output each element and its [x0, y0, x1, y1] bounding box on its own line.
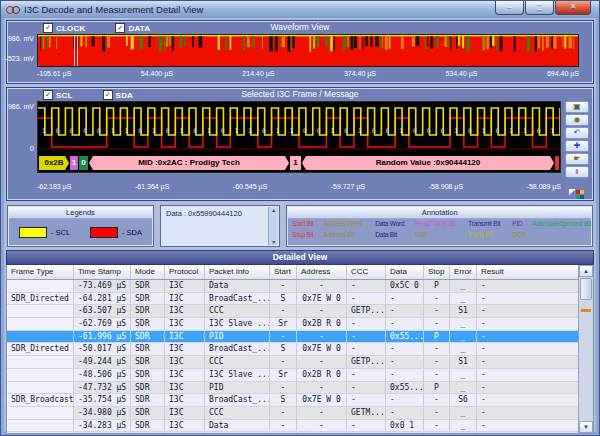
cell-data: -: [386, 394, 424, 407]
decode-tag[interactable]: 0: [79, 156, 88, 170]
cell-ccc: -: [347, 382, 386, 395]
data-scroll-up-icon[interactable]: ▲: [269, 207, 278, 213]
decode-tag[interactable]: MID :0x2AC : Prodigy Tech: [89, 156, 289, 170]
svg-text:1: 1: [331, 128, 335, 135]
annotation-read-write-bit: Read/ Write Bit: [415, 220, 468, 231]
cell-packet-info: I3C Slave ...: [205, 369, 270, 382]
legend-strip: Legends - SCL- SDA Data : 0x55990444120 …: [4, 204, 596, 248]
svg-text:0: 0: [317, 128, 321, 135]
scrollbar-up-icon[interactable]: ▲: [579, 265, 593, 277]
cell-packet-info: PID: [205, 331, 270, 344]
table-row[interactable]: -73.469 µSSDRI3CData---0x5C 0P_-: [7, 280, 578, 293]
cell-result: -: [477, 407, 578, 420]
cell-packet-info: CCC: [205, 356, 270, 369]
hand-button[interactable]: ☛: [565, 153, 589, 165]
column-header-address[interactable]: Address: [297, 265, 347, 279]
column-header-error[interactable]: Error: [450, 265, 477, 279]
cell-error: _: [450, 420, 477, 433]
detailed-view-title: Detailed View: [6, 250, 594, 265]
cell-address: -: [297, 420, 347, 433]
column-header-start[interactable]: Start: [270, 265, 297, 279]
checkbox-clock[interactable]: ✓CLOCK: [43, 23, 85, 33]
undo-icon: ↶: [574, 128, 581, 137]
column-header-data[interactable]: Data: [386, 265, 424, 279]
undo-button[interactable]: ↶: [565, 127, 589, 139]
column-header-frame-type[interactable]: Frame Type: [7, 265, 74, 279]
table-row[interactable]: -47.732 µSSDRI3CPID---0x55...P_-: [7, 382, 578, 395]
column-header-packet-info[interactable]: Packet Info: [205, 265, 270, 279]
cell-address: 0x7E W 0: [297, 394, 347, 407]
close-button[interactable]: ✕: [555, 1, 591, 15]
column-header-time-stamp[interactable]: Time Stamp: [74, 265, 131, 279]
decode-bar: 0x2B10MID :0x2AC : Prodigy Tech1Random V…: [39, 156, 559, 170]
cell-stop: -: [424, 356, 450, 369]
svg-text:1: 1: [125, 128, 129, 135]
minimize-button[interactable]: –: [495, 1, 524, 15]
window-body: ✓CLOCK✓DATA Waveform View 986. mV -523. …: [1, 18, 599, 435]
cell-protocol: I3C: [165, 305, 205, 318]
cell-address: -: [297, 280, 347, 293]
annotation-start-bit: Start Bit: [292, 220, 323, 231]
table-row[interactable]: SDR_Directed-50.017 µSSDRI3CBroadCast_..…: [7, 343, 578, 356]
legend-item: - SDA: [90, 227, 142, 238]
table-scrollbar[interactable]: ▲ ▼: [578, 265, 593, 433]
cursor-zoom-button[interactable]: ◉: [565, 114, 589, 126]
checkbox-sda-box[interactable]: ✓: [103, 90, 113, 100]
frame-waveform[interactable]: 10000110101010110110010100100010101101 0…: [37, 101, 561, 173]
svg-text:0: 0: [221, 128, 225, 135]
column-header-result[interactable]: Result: [477, 265, 578, 279]
decode-tag[interactable]: [555, 156, 559, 170]
x-axis-label: -58.089 µS: [527, 183, 561, 190]
checkbox-scl[interactable]: ✓SCL: [43, 90, 73, 100]
column-header-stop[interactable]: Stop: [424, 265, 450, 279]
pan-button[interactable]: ✚: [565, 140, 589, 152]
decode-tag[interactable]: 1: [290, 156, 301, 170]
cell-data: 0x0 1: [386, 420, 424, 433]
cell-address: 0x2B R 0: [297, 318, 347, 331]
checkbox-scl-box[interactable]: ✓: [43, 90, 53, 100]
legend-label: - SDA: [122, 228, 142, 237]
table-row[interactable]: -61.996 µSSDRI3CPID---0x55...P_-: [7, 331, 578, 344]
decode-tag[interactable]: Random Value :0x90444120: [302, 156, 554, 170]
checkbox-data-box[interactable]: ✓: [115, 23, 125, 33]
data-scroll-down-icon[interactable]: ▼: [269, 239, 278, 245]
scrollbar-down-icon[interactable]: ▼: [579, 421, 593, 433]
column-header-mode[interactable]: Mode: [131, 265, 165, 279]
table-row[interactable]: -33.585 µSSDRI3CData---0x2B 1--: [7, 432, 578, 433]
table-row[interactable]: -49.244 µSSDRI3CCCC--GETP...--S1-: [7, 356, 578, 369]
cell-result: -: [477, 305, 578, 318]
overview-waveform[interactable]: [37, 34, 579, 67]
snapshot-button[interactable]: ▣: [565, 101, 589, 113]
scrollbar-thumb[interactable]: [580, 278, 592, 300]
table-row[interactable]: SDR_Broadcast-35.754 µSSDRI3CBroadCast_.…: [7, 394, 578, 407]
svg-text:0: 0: [138, 128, 142, 135]
table-header: Frame TypeTime StampModeProtocolPacket I…: [7, 265, 578, 280]
bring-to-front-icon[interactable]: [569, 189, 585, 200]
cell-time-stamp: -33.585 µS: [74, 432, 131, 433]
cell-protocol: I3C: [165, 343, 205, 356]
decode-tag[interactable]: 1: [70, 156, 78, 170]
table-row[interactable]: -34.283 µSSDRI3CData---0x0 1-_-: [7, 420, 578, 433]
table-row[interactable]: SDR_Directed-64.281 µSSDRI3CBroadCast_..…: [7, 293, 578, 306]
cell-stop: -: [424, 305, 450, 318]
svg-text:1: 1: [454, 128, 458, 135]
i3c-decode-window: { "window": { "title": "I3C Decode and M…: [0, 0, 600, 436]
table-row[interactable]: -62.769 µSSDRI3CI3C Slave ...Sr0x2B R 0-…: [7, 318, 578, 331]
column-header-ccc[interactable]: CCC: [347, 265, 386, 279]
maximize-button[interactable]: ▢: [525, 1, 554, 15]
cell-packet-info: I3C Slave ...: [205, 318, 270, 331]
table-row[interactable]: -63.507 µSSDRI3CCCC--GETP...--S1-: [7, 305, 578, 318]
checkbox-clock-box[interactable]: ✓: [43, 23, 53, 33]
cell-start: S: [270, 394, 297, 407]
checkbox-sda[interactable]: ✓SDA: [103, 90, 134, 100]
cell-mode: SDR: [131, 356, 165, 369]
column-header-protocol[interactable]: Protocol: [165, 265, 205, 279]
table-row[interactable]: -48.506 µSSDRI3CI3C Slave ...Sr0x2B R 0-…: [7, 369, 578, 382]
table-row[interactable]: -34.980 µSSDRI3CCCC--GETM...--_-: [7, 407, 578, 420]
x-axis-label: 534.40 µS: [445, 70, 477, 77]
pause-button[interactable]: ‖: [565, 166, 589, 178]
checkbox-data[interactable]: ✓DATA: [115, 23, 150, 33]
scrollbar-track[interactable]: [579, 277, 593, 421]
decode-tag[interactable]: 0x2B: [39, 156, 69, 170]
x-axis-label: -59.727 µS: [331, 183, 365, 190]
